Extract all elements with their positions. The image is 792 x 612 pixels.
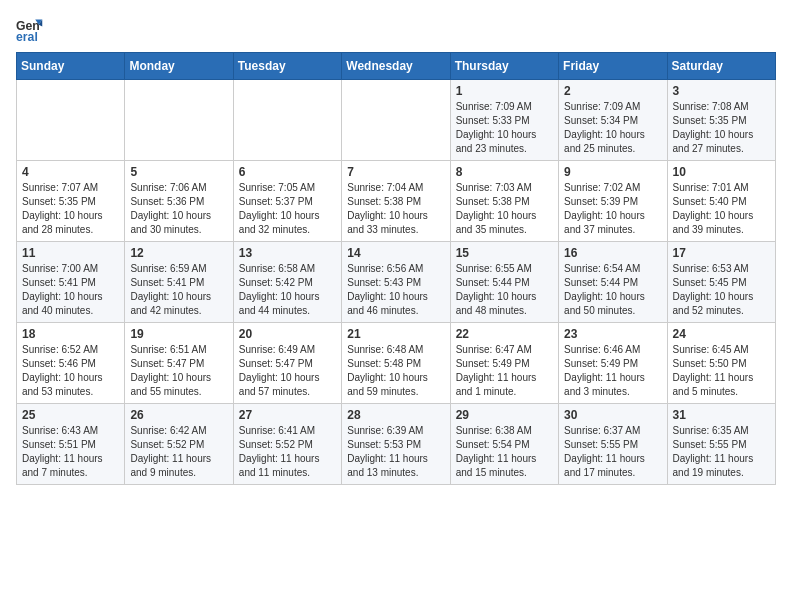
day-number: 26 xyxy=(130,408,227,422)
day-number: 15 xyxy=(456,246,553,260)
cell-content: Sunrise: 6:54 AM Sunset: 5:44 PM Dayligh… xyxy=(564,262,661,318)
day-number: 3 xyxy=(673,84,770,98)
calendar-cell: 25Sunrise: 6:43 AM Sunset: 5:51 PM Dayli… xyxy=(17,404,125,485)
logo-icon: Gen eral xyxy=(16,16,44,44)
day-number: 12 xyxy=(130,246,227,260)
logo: Gen eral xyxy=(16,16,48,44)
calendar-table: SundayMondayTuesdayWednesdayThursdayFrid… xyxy=(16,52,776,485)
day-number: 18 xyxy=(22,327,119,341)
calendar-cell: 24Sunrise: 6:45 AM Sunset: 5:50 PM Dayli… xyxy=(667,323,775,404)
cell-content: Sunrise: 6:53 AM Sunset: 5:45 PM Dayligh… xyxy=(673,262,770,318)
day-number: 22 xyxy=(456,327,553,341)
calendar-cell xyxy=(342,80,450,161)
cell-content: Sunrise: 6:38 AM Sunset: 5:54 PM Dayligh… xyxy=(456,424,553,480)
header: Gen eral xyxy=(16,16,776,44)
cell-content: Sunrise: 6:35 AM Sunset: 5:55 PM Dayligh… xyxy=(673,424,770,480)
calendar-cell: 26Sunrise: 6:42 AM Sunset: 5:52 PM Dayli… xyxy=(125,404,233,485)
calendar-cell: 6Sunrise: 7:05 AM Sunset: 5:37 PM Daylig… xyxy=(233,161,341,242)
day-number: 7 xyxy=(347,165,444,179)
weekday-header-saturday: Saturday xyxy=(667,53,775,80)
calendar-cell: 5Sunrise: 7:06 AM Sunset: 5:36 PM Daylig… xyxy=(125,161,233,242)
day-number: 25 xyxy=(22,408,119,422)
cell-content: Sunrise: 6:52 AM Sunset: 5:46 PM Dayligh… xyxy=(22,343,119,399)
calendar-cell: 11Sunrise: 7:00 AM Sunset: 5:41 PM Dayli… xyxy=(17,242,125,323)
day-number: 16 xyxy=(564,246,661,260)
day-number: 4 xyxy=(22,165,119,179)
calendar-cell: 16Sunrise: 6:54 AM Sunset: 5:44 PM Dayli… xyxy=(559,242,667,323)
calendar-cell: 3Sunrise: 7:08 AM Sunset: 5:35 PM Daylig… xyxy=(667,80,775,161)
day-number: 10 xyxy=(673,165,770,179)
calendar-cell: 9Sunrise: 7:02 AM Sunset: 5:39 PM Daylig… xyxy=(559,161,667,242)
cell-content: Sunrise: 7:06 AM Sunset: 5:36 PM Dayligh… xyxy=(130,181,227,237)
day-number: 19 xyxy=(130,327,227,341)
cell-content: Sunrise: 6:43 AM Sunset: 5:51 PM Dayligh… xyxy=(22,424,119,480)
day-number: 21 xyxy=(347,327,444,341)
calendar-cell: 27Sunrise: 6:41 AM Sunset: 5:52 PM Dayli… xyxy=(233,404,341,485)
day-number: 24 xyxy=(673,327,770,341)
day-number: 6 xyxy=(239,165,336,179)
cell-content: Sunrise: 6:49 AM Sunset: 5:47 PM Dayligh… xyxy=(239,343,336,399)
day-number: 17 xyxy=(673,246,770,260)
calendar-cell: 8Sunrise: 7:03 AM Sunset: 5:38 PM Daylig… xyxy=(450,161,558,242)
weekday-header-wednesday: Wednesday xyxy=(342,53,450,80)
cell-content: Sunrise: 6:48 AM Sunset: 5:48 PM Dayligh… xyxy=(347,343,444,399)
cell-content: Sunrise: 6:58 AM Sunset: 5:42 PM Dayligh… xyxy=(239,262,336,318)
cell-content: Sunrise: 6:47 AM Sunset: 5:49 PM Dayligh… xyxy=(456,343,553,399)
day-number: 13 xyxy=(239,246,336,260)
day-number: 8 xyxy=(456,165,553,179)
calendar-cell: 7Sunrise: 7:04 AM Sunset: 5:38 PM Daylig… xyxy=(342,161,450,242)
weekday-header-sunday: Sunday xyxy=(17,53,125,80)
day-number: 31 xyxy=(673,408,770,422)
cell-content: Sunrise: 6:42 AM Sunset: 5:52 PM Dayligh… xyxy=(130,424,227,480)
weekday-header-tuesday: Tuesday xyxy=(233,53,341,80)
calendar-cell: 15Sunrise: 6:55 AM Sunset: 5:44 PM Dayli… xyxy=(450,242,558,323)
day-number: 2 xyxy=(564,84,661,98)
cell-content: Sunrise: 7:09 AM Sunset: 5:33 PM Dayligh… xyxy=(456,100,553,156)
svg-text:eral: eral xyxy=(16,30,38,44)
calendar-cell: 1Sunrise: 7:09 AM Sunset: 5:33 PM Daylig… xyxy=(450,80,558,161)
calendar-week-row: 25Sunrise: 6:43 AM Sunset: 5:51 PM Dayli… xyxy=(17,404,776,485)
calendar-cell: 28Sunrise: 6:39 AM Sunset: 5:53 PM Dayli… xyxy=(342,404,450,485)
day-number: 20 xyxy=(239,327,336,341)
weekday-header-friday: Friday xyxy=(559,53,667,80)
calendar-cell: 31Sunrise: 6:35 AM Sunset: 5:55 PM Dayli… xyxy=(667,404,775,485)
cell-content: Sunrise: 7:07 AM Sunset: 5:35 PM Dayligh… xyxy=(22,181,119,237)
day-number: 23 xyxy=(564,327,661,341)
cell-content: Sunrise: 7:09 AM Sunset: 5:34 PM Dayligh… xyxy=(564,100,661,156)
cell-content: Sunrise: 7:08 AM Sunset: 5:35 PM Dayligh… xyxy=(673,100,770,156)
calendar-cell: 13Sunrise: 6:58 AM Sunset: 5:42 PM Dayli… xyxy=(233,242,341,323)
day-number: 14 xyxy=(347,246,444,260)
weekday-header-thursday: Thursday xyxy=(450,53,558,80)
day-number: 27 xyxy=(239,408,336,422)
day-number: 29 xyxy=(456,408,553,422)
calendar-week-row: 18Sunrise: 6:52 AM Sunset: 5:46 PM Dayli… xyxy=(17,323,776,404)
calendar-header-row: SundayMondayTuesdayWednesdayThursdayFrid… xyxy=(17,53,776,80)
calendar-cell xyxy=(17,80,125,161)
cell-content: Sunrise: 6:39 AM Sunset: 5:53 PM Dayligh… xyxy=(347,424,444,480)
calendar-cell: 29Sunrise: 6:38 AM Sunset: 5:54 PM Dayli… xyxy=(450,404,558,485)
day-number: 30 xyxy=(564,408,661,422)
calendar-cell: 23Sunrise: 6:46 AM Sunset: 5:49 PM Dayli… xyxy=(559,323,667,404)
cell-content: Sunrise: 6:55 AM Sunset: 5:44 PM Dayligh… xyxy=(456,262,553,318)
calendar-week-row: 11Sunrise: 7:00 AM Sunset: 5:41 PM Dayli… xyxy=(17,242,776,323)
calendar-cell: 17Sunrise: 6:53 AM Sunset: 5:45 PM Dayli… xyxy=(667,242,775,323)
cell-content: Sunrise: 6:41 AM Sunset: 5:52 PM Dayligh… xyxy=(239,424,336,480)
calendar-cell: 21Sunrise: 6:48 AM Sunset: 5:48 PM Dayli… xyxy=(342,323,450,404)
calendar-cell: 22Sunrise: 6:47 AM Sunset: 5:49 PM Dayli… xyxy=(450,323,558,404)
cell-content: Sunrise: 6:45 AM Sunset: 5:50 PM Dayligh… xyxy=(673,343,770,399)
cell-content: Sunrise: 6:51 AM Sunset: 5:47 PM Dayligh… xyxy=(130,343,227,399)
cell-content: Sunrise: 7:02 AM Sunset: 5:39 PM Dayligh… xyxy=(564,181,661,237)
day-number: 1 xyxy=(456,84,553,98)
calendar-cell: 10Sunrise: 7:01 AM Sunset: 5:40 PM Dayli… xyxy=(667,161,775,242)
calendar-cell xyxy=(233,80,341,161)
calendar-cell: 19Sunrise: 6:51 AM Sunset: 5:47 PM Dayli… xyxy=(125,323,233,404)
day-number: 28 xyxy=(347,408,444,422)
cell-content: Sunrise: 6:37 AM Sunset: 5:55 PM Dayligh… xyxy=(564,424,661,480)
day-number: 5 xyxy=(130,165,227,179)
calendar-cell xyxy=(125,80,233,161)
cell-content: Sunrise: 6:59 AM Sunset: 5:41 PM Dayligh… xyxy=(130,262,227,318)
calendar-cell: 30Sunrise: 6:37 AM Sunset: 5:55 PM Dayli… xyxy=(559,404,667,485)
cell-content: Sunrise: 6:56 AM Sunset: 5:43 PM Dayligh… xyxy=(347,262,444,318)
day-number: 11 xyxy=(22,246,119,260)
cell-content: Sunrise: 7:04 AM Sunset: 5:38 PM Dayligh… xyxy=(347,181,444,237)
